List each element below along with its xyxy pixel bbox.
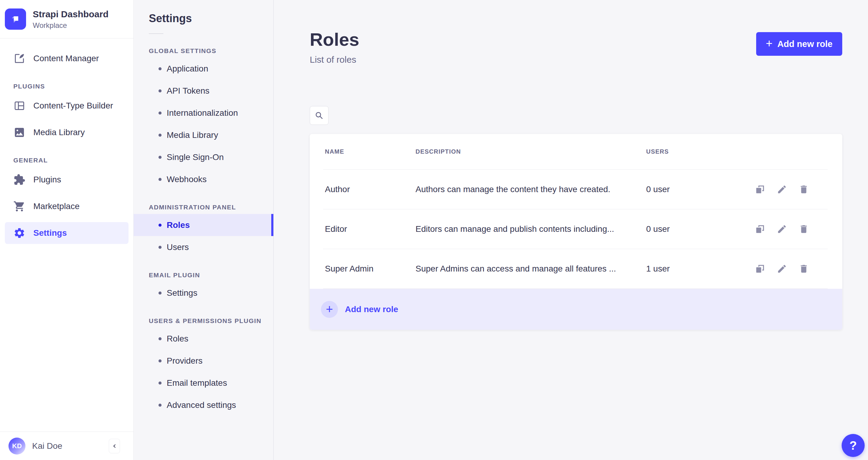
sidebar-footer: KD Kai Doe <box>0 431 133 460</box>
sidebar-item-label: Settings <box>33 228 67 238</box>
subnav-item-advanced-settings[interactable]: Advanced settings <box>134 394 273 416</box>
subnav-item-single-sign-on[interactable]: Single Sign-On <box>134 146 273 168</box>
bullet-icon <box>158 381 161 385</box>
subnav-item-label: Webhooks <box>167 175 207 184</box>
subnav-item-roles-up[interactable]: Roles <box>134 328 273 350</box>
delete-role-button[interactable] <box>799 224 809 234</box>
roles-table-card: NAME DESCRIPTION USERS Author Authors ca… <box>310 134 842 330</box>
pencil-icon <box>777 224 787 234</box>
page-subtitle: List of roles <box>310 55 359 65</box>
brand-header[interactable]: Strapi Dashboard Workplace <box>0 0 133 38</box>
bullet-icon <box>158 178 161 181</box>
sidebar-item-label: Content Manager <box>33 54 99 63</box>
gear-icon <box>13 227 26 239</box>
subnav-item-providers[interactable]: Providers <box>134 350 273 372</box>
subnav-title-divider <box>149 33 163 34</box>
sidebar-item-plugins[interactable]: Plugins <box>5 169 128 191</box>
content-type-builder-icon <box>13 100 26 112</box>
role-description: Editors can manage and publish contents … <box>415 224 646 234</box>
sidebar-item-marketplace[interactable]: Marketplace <box>5 195 128 217</box>
table-row-editor[interactable]: Editor Editors can manage and publish co… <box>310 209 842 249</box>
plugins-puzzle-icon <box>13 174 26 186</box>
sidebar-section-general: GENERAL <box>13 157 128 164</box>
subnav-list: Roles Users <box>134 214 273 258</box>
avatar[interactable]: KD <box>8 437 26 455</box>
bullet-icon <box>158 292 161 295</box>
duplicate-role-button[interactable] <box>755 224 765 234</box>
bullet-icon <box>158 89 161 92</box>
subnav-item-label: Providers <box>167 356 203 366</box>
table-header-row: NAME DESCRIPTION USERS <box>310 134 842 170</box>
main-sidebar: Strapi Dashboard Workplace Content Manag… <box>0 0 134 460</box>
pencil-icon <box>777 184 787 194</box>
row-actions <box>755 264 809 274</box>
bullet-icon <box>158 246 161 249</box>
marketplace-cart-icon <box>13 200 26 212</box>
subnav-list: Roles Providers Email templates Advanced… <box>134 328 273 416</box>
subnav-item-label: Roles <box>167 220 190 230</box>
sidebar-section-plugins: PLUGINS <box>13 83 128 90</box>
sidebar-item-label: Media Library <box>33 128 85 137</box>
add-new-role-button[interactable]: + Add new role <box>756 32 842 56</box>
add-new-role-footer[interactable]: + Add new role <box>310 289 842 330</box>
subnav-item-label: Advanced settings <box>167 400 236 410</box>
table-row-super-admin[interactable]: Super Admin Super Admins can access and … <box>310 249 842 288</box>
bullet-icon <box>158 359 161 362</box>
plus-circle-icon: + <box>321 301 338 318</box>
trash-icon <box>799 264 809 274</box>
delete-role-button[interactable] <box>799 184 809 194</box>
column-header-description: DESCRIPTION <box>415 148 646 155</box>
subnav-item-email-templates[interactable]: Email templates <box>134 372 273 394</box>
subnav-item-media-library[interactable]: Media Library <box>134 124 273 146</box>
chevron-left-icon <box>112 443 118 449</box>
subnav-section-administration-panel: ADMINISTRATION PANEL <box>149 204 273 211</box>
subnav-item-users[interactable]: Users <box>134 236 273 258</box>
subnav-item-label: Application <box>167 64 208 74</box>
subnav-section-global-settings: GLOBAL SETTINGS <box>149 47 273 55</box>
page-title: Roles <box>310 30 359 50</box>
search-icon <box>315 111 324 120</box>
table-row-author[interactable]: Author Authors can manage the content th… <box>310 170 842 209</box>
add-new-role-footer-label: Add new role <box>345 305 398 314</box>
delete-role-button[interactable] <box>799 264 809 274</box>
role-name: Author <box>325 185 415 194</box>
duplicate-role-button[interactable] <box>755 184 765 194</box>
sidebar-item-content-manager[interactable]: Content Manager <box>5 48 128 69</box>
edit-role-button[interactable] <box>777 184 787 194</box>
bullet-icon <box>158 67 161 70</box>
role-name: Super Admin <box>325 264 415 274</box>
subnav-title: Settings <box>149 12 273 25</box>
subnav-item-application[interactable]: Application <box>134 58 273 80</box>
role-name: Editor <box>325 224 415 234</box>
main-content: Roles List of roles + Add new role NAME … <box>274 0 868 460</box>
search-button[interactable] <box>310 106 329 125</box>
role-users-count: 0 user <box>646 224 755 234</box>
subnav-item-email-settings[interactable]: Settings <box>134 282 273 304</box>
subnav-item-internationalization[interactable]: Internationalization <box>134 102 273 124</box>
subnav-item-label: Roles <box>167 334 188 344</box>
subnav-item-label: API Tokens <box>167 86 210 96</box>
add-new-role-button-label: Add new role <box>777 39 833 49</box>
role-description: Super Admins can access and manage all f… <box>415 264 646 274</box>
bullet-icon <box>158 224 161 227</box>
bullet-icon <box>158 404 161 407</box>
duplicate-role-button[interactable] <box>755 264 765 274</box>
brand-subtitle: Workplace <box>33 21 108 30</box>
media-library-icon <box>13 126 26 139</box>
subnav-item-webhooks[interactable]: Webhooks <box>134 168 273 190</box>
help-button[interactable]: ? <box>842 434 865 457</box>
duplicate-icon <box>755 184 765 194</box>
sidebar-item-content-type-builder[interactable]: Content-Type Builder <box>5 95 128 117</box>
subnav-item-label: Settings <box>167 288 197 298</box>
trash-icon <box>799 224 809 234</box>
sidebar-item-settings[interactable]: Settings <box>5 222 128 244</box>
edit-role-button[interactable] <box>777 264 787 274</box>
brand-text: Strapi Dashboard Workplace <box>33 9 108 30</box>
sidebar-collapse-button[interactable] <box>109 439 120 453</box>
subnav-item-roles-admin[interactable]: Roles <box>134 214 273 236</box>
app-window: Strapi Dashboard Workplace Content Manag… <box>0 0 868 460</box>
subnav-item-api-tokens[interactable]: API Tokens <box>134 80 273 102</box>
bullet-icon <box>158 337 161 340</box>
sidebar-item-media-library[interactable]: Media Library <box>5 122 128 143</box>
edit-role-button[interactable] <box>777 224 787 234</box>
